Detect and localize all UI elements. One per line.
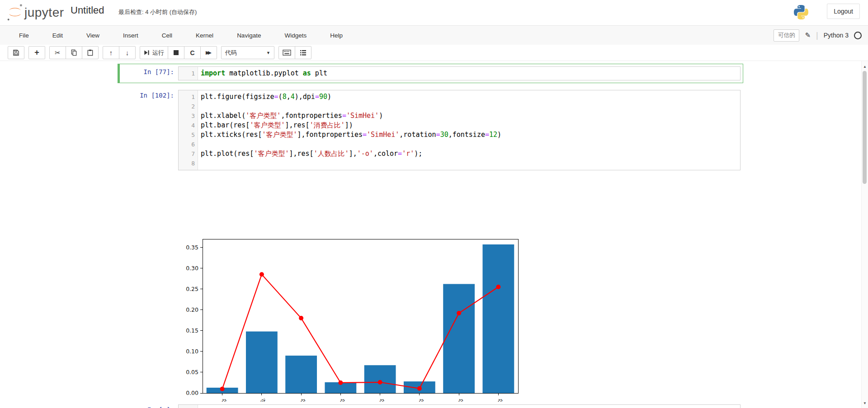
list-icon bbox=[300, 50, 307, 56]
restart-icon: C bbox=[190, 49, 194, 56]
empty-code-cell[interactable]: In [ ]: 1 bbox=[118, 402, 743, 408]
logo-text: jupyter bbox=[24, 4, 64, 22]
code-input-area[interactable]: 1 import matplotlib.pyplot as plt bbox=[178, 66, 741, 80]
fast-forward-icon: ▶▶ bbox=[206, 50, 212, 56]
cell-output-area: 0.000.050.100.150.200.250.300.35一般客户放弃治疗… bbox=[177, 236, 525, 408]
menubar: File Edit View Insert Cell Kernel Naviga… bbox=[0, 25, 868, 45]
svg-text:0.30: 0.30 bbox=[186, 265, 198, 272]
cut-button[interactable]: ✂ bbox=[49, 46, 66, 59]
command-palette-button[interactable] bbox=[295, 46, 311, 59]
menu-item-kernel[interactable]: Kernel bbox=[189, 32, 220, 39]
code-editor[interactable]: plt.figure(figsize=(8,4),dpi=90) plt.xla… bbox=[198, 90, 740, 170]
stop-button[interactable] bbox=[168, 46, 184, 59]
menu-item-widgets[interactable]: Widgets bbox=[278, 32, 313, 39]
jupyter-logo-icon bbox=[5, 3, 24, 22]
cell-prompt: In [ ]: bbox=[120, 404, 178, 408]
menu-item-view[interactable]: View bbox=[80, 32, 106, 39]
trusted-badge: 可信的 bbox=[774, 29, 800, 42]
scroll-thumb[interactable] bbox=[863, 71, 867, 184]
scrollbar[interactable]: ▲ ▼ bbox=[861, 61, 868, 408]
cell-type-value: 代码 bbox=[225, 49, 237, 57]
run-button-label: 运行 bbox=[152, 49, 164, 57]
menu-item-help[interactable]: Help bbox=[324, 32, 349, 39]
code-cell-102[interactable]: In [102]: 12345678 plt.figure(figsize=(8… bbox=[118, 87, 743, 173]
caret-down-icon: ▼ bbox=[266, 51, 270, 55]
add-cell-button[interactable]: + bbox=[28, 46, 45, 59]
jupyter-logo[interactable]: jupyter bbox=[5, 3, 64, 22]
restart-run-all-button[interactable]: ▶▶ bbox=[200, 46, 217, 59]
line-numbers: 1 bbox=[179, 67, 198, 80]
cell-prompt: In [77]: bbox=[120, 66, 178, 80]
menubar-right: 可信的 ✎ | Python 3 bbox=[774, 26, 862, 45]
kernel-status-icon bbox=[854, 32, 862, 39]
arrow-down-icon: ↓ bbox=[126, 49, 129, 56]
kernel-name: Python 3 bbox=[824, 32, 849, 39]
keyboard-shortcuts-button[interactable] bbox=[278, 46, 295, 59]
pencil-icon: ✎ bbox=[805, 31, 811, 39]
code-editor[interactable] bbox=[198, 405, 740, 408]
keyboard-icon bbox=[283, 50, 291, 56]
notebook: In [77]: 1 import matplotlib.pyplot as p… bbox=[0, 61, 868, 408]
stop-icon bbox=[174, 50, 179, 55]
scroll-down-button[interactable]: ▼ bbox=[862, 401, 868, 405]
scroll-up-button[interactable]: ▲ bbox=[862, 65, 868, 69]
cell-prompt: In [102]: bbox=[120, 90, 178, 170]
restart-kernel-button[interactable]: C bbox=[184, 46, 201, 59]
scissors-icon: ✂ bbox=[55, 49, 61, 57]
cell-type-select[interactable]: 代码 ▼ bbox=[221, 46, 274, 59]
paste-button[interactable] bbox=[82, 46, 99, 59]
svg-text:0.10: 0.10 bbox=[186, 348, 198, 355]
svg-text:0.35: 0.35 bbox=[186, 244, 198, 251]
line-numbers: 12345678 bbox=[179, 90, 198, 170]
step-forward-icon bbox=[144, 50, 150, 56]
svg-text:0.25: 0.25 bbox=[186, 286, 198, 292]
run-button[interactable]: 运行 bbox=[140, 46, 168, 59]
toolbar: + ✂ ↑ bbox=[0, 45, 868, 61]
menu-item-insert[interactable]: Insert bbox=[117, 32, 145, 39]
plus-icon: + bbox=[34, 48, 39, 57]
code-input-area[interactable]: 12345678 plt.figure(figsize=(8,4),dpi=90… bbox=[178, 90, 741, 170]
move-cell-up-button[interactable]: ↑ bbox=[103, 46, 119, 59]
copy-icon bbox=[71, 49, 77, 56]
svg-text:0.15: 0.15 bbox=[186, 327, 198, 334]
svg-text:0.20: 0.20 bbox=[186, 306, 198, 313]
logout-button[interactable]: Logout bbox=[827, 4, 860, 19]
menu-item-file[interactable]: File bbox=[13, 32, 35, 39]
move-cell-down-button[interactable]: ↓ bbox=[119, 46, 136, 59]
code-editor[interactable]: import matplotlib.pyplot as plt bbox=[198, 67, 740, 80]
copy-button[interactable] bbox=[66, 46, 82, 59]
paste-icon bbox=[87, 49, 94, 56]
code-input-area[interactable]: 1 bbox=[178, 404, 741, 408]
python-logo-icon bbox=[793, 4, 809, 20]
menu-item-edit[interactable]: Edit bbox=[46, 32, 69, 39]
menu-item-navigate[interactable]: Navigate bbox=[231, 32, 267, 39]
svg-text:0.00: 0.00 bbox=[186, 389, 198, 396]
line-numbers: 1 bbox=[179, 405, 198, 408]
save-button[interactable] bbox=[8, 46, 24, 59]
floppy-icon bbox=[13, 49, 19, 56]
header: jupyter Untitled 最后检查: 4 小时前 (自动保存) Logo… bbox=[0, 0, 868, 25]
arrow-up-icon: ↑ bbox=[109, 49, 113, 56]
code-cell-77[interactable]: In [77]: 1 import matplotlib.pyplot as p… bbox=[118, 64, 743, 83]
jupyter-notebook-app: jupyter Untitled 最后检查: 4 小时前 (自动保存) Logo… bbox=[0, 0, 868, 408]
notebook-title[interactable]: Untitled bbox=[71, 5, 104, 16]
svg-text:0.05: 0.05 bbox=[186, 369, 198, 375]
autosave-status: 最后检查: 4 小时前 (自动保存) bbox=[118, 8, 197, 16]
matplotlib-chart: 0.000.050.100.150.200.250.300.35一般客户放弃治疗… bbox=[177, 236, 525, 408]
kernel-separator: | bbox=[816, 31, 818, 40]
menu-item-cell[interactable]: Cell bbox=[156, 32, 179, 39]
